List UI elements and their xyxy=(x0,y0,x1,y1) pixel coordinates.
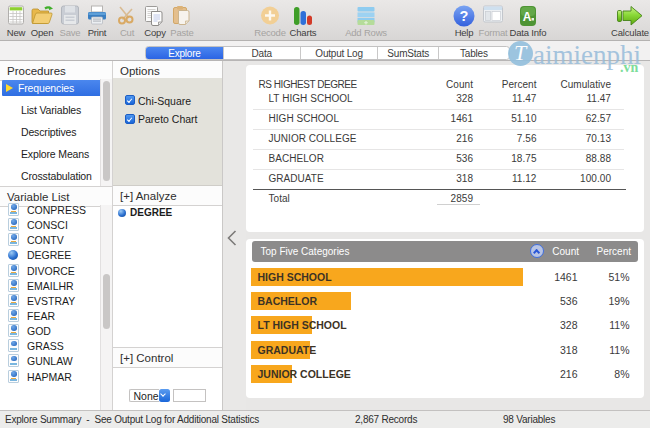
svg-text:?: ? xyxy=(460,8,469,24)
svg-text:A: A xyxy=(523,10,532,24)
